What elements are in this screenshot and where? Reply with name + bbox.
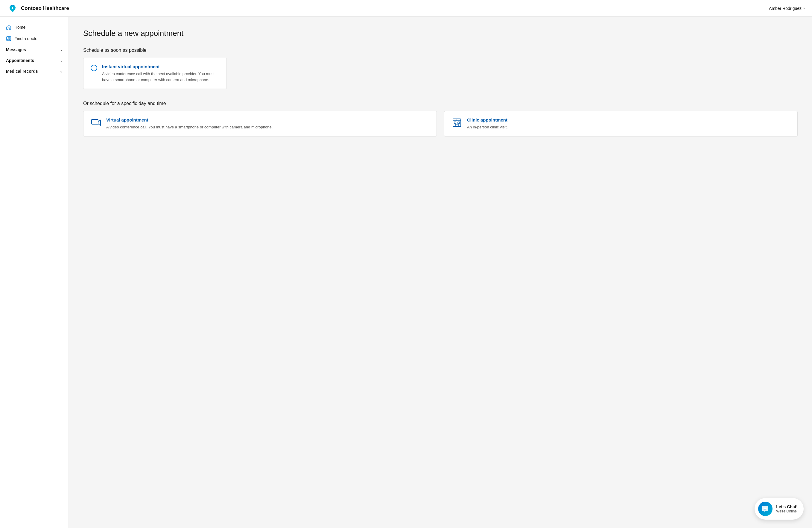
user-menu[interactable]: Amber Rodriguez ▾ bbox=[769, 6, 805, 11]
chat-text: Let's Chat! We're Online bbox=[776, 504, 798, 513]
sidebar: Home Find a doctor Messages ⌄ Appointmen… bbox=[0, 17, 69, 528]
sidebar-item-medical-records[interactable]: Medical records ⌄ bbox=[0, 66, 69, 77]
medical-records-label: Medical records bbox=[6, 69, 38, 74]
logo: Contoso Healthcare bbox=[7, 3, 69, 14]
chat-title: Let's Chat! bbox=[776, 504, 798, 509]
doctor-icon bbox=[6, 36, 11, 41]
section-soon-title: Schedule as soon as possible bbox=[83, 47, 798, 53]
sidebar-item-appointments[interactable]: Appointments ⌄ bbox=[0, 55, 69, 66]
section-specific-title: Or schedule for a specific day and time bbox=[83, 101, 798, 106]
appointments-label: Appointments bbox=[6, 58, 34, 63]
instant-virtual-card[interactable]: ! Instant virtual appointment A video co… bbox=[83, 58, 227, 89]
chat-status: We're Online bbox=[776, 509, 798, 513]
sidebar-item-home[interactable]: Home bbox=[0, 22, 69, 33]
clinic-icon bbox=[451, 117, 462, 128]
home-icon bbox=[6, 25, 11, 30]
virtual-card-content: Virtual appointment A video conference c… bbox=[106, 117, 273, 130]
user-name: Amber Rodriguez bbox=[769, 6, 801, 11]
svg-rect-4 bbox=[91, 119, 98, 124]
appointment-type-cards: Virtual appointment A video conference c… bbox=[83, 111, 798, 137]
instant-card-content: Instant virtual appointment A video conf… bbox=[102, 64, 219, 83]
svg-rect-11 bbox=[764, 508, 767, 508]
virtual-card-title: Virtual appointment bbox=[106, 117, 273, 123]
virtual-appointment-card[interactable]: Virtual appointment A video conference c… bbox=[83, 111, 437, 137]
clinic-appointment-card[interactable]: Clinic appointment An in-person clinic v… bbox=[444, 111, 798, 137]
clinic-card-desc: An in-person clinic visit. bbox=[467, 124, 508, 130]
virtual-card-desc: A video conference call. You must have a… bbox=[106, 124, 273, 130]
page-title: Schedule a new appointment bbox=[83, 29, 798, 38]
sidebar-item-home-label: Home bbox=[14, 25, 26, 30]
main-content: Schedule a new appointment Schedule as s… bbox=[69, 17, 812, 528]
clinic-card-title: Clinic appointment bbox=[467, 117, 508, 123]
clinic-card-content: Clinic appointment An in-person clinic v… bbox=[467, 117, 508, 130]
sidebar-item-find-doctor[interactable]: Find a doctor bbox=[0, 33, 69, 44]
logo-icon bbox=[7, 3, 18, 14]
layout: Home Find a doctor Messages ⌄ Appointmen… bbox=[0, 17, 812, 528]
appointments-chevron: ⌄ bbox=[60, 59, 62, 62]
svg-rect-8 bbox=[455, 124, 458, 127]
instant-icon: ! bbox=[91, 65, 97, 73]
chat-icon bbox=[758, 502, 772, 516]
messages-label: Messages bbox=[6, 47, 26, 52]
sidebar-item-find-doctor-label: Find a doctor bbox=[14, 36, 39, 41]
medical-records-chevron: ⌄ bbox=[60, 69, 62, 73]
svg-point-1 bbox=[8, 38, 10, 39]
messages-chevron: ⌄ bbox=[60, 48, 62, 52]
chat-widget[interactable]: Let's Chat! We're Online bbox=[755, 498, 803, 519]
svg-rect-12 bbox=[764, 509, 766, 510]
virtual-icon bbox=[91, 117, 101, 128]
instant-card-title: Instant virtual appointment bbox=[102, 64, 219, 69]
svg-rect-7 bbox=[458, 122, 460, 124]
header: Contoso Healthcare Amber Rodriguez ▾ bbox=[0, 0, 812, 17]
user-menu-chevron: ▾ bbox=[803, 6, 805, 10]
instant-card-desc: A video conference call with the next av… bbox=[102, 71, 219, 83]
sidebar-item-messages[interactable]: Messages ⌄ bbox=[0, 44, 69, 55]
svg-text:!: ! bbox=[93, 66, 95, 70]
app-title: Contoso Healthcare bbox=[21, 5, 69, 11]
section-soon: Schedule as soon as possible ! Instant v… bbox=[83, 47, 798, 89]
svg-rect-6 bbox=[454, 122, 456, 124]
section-specific: Or schedule for a specific day and time … bbox=[83, 101, 798, 137]
